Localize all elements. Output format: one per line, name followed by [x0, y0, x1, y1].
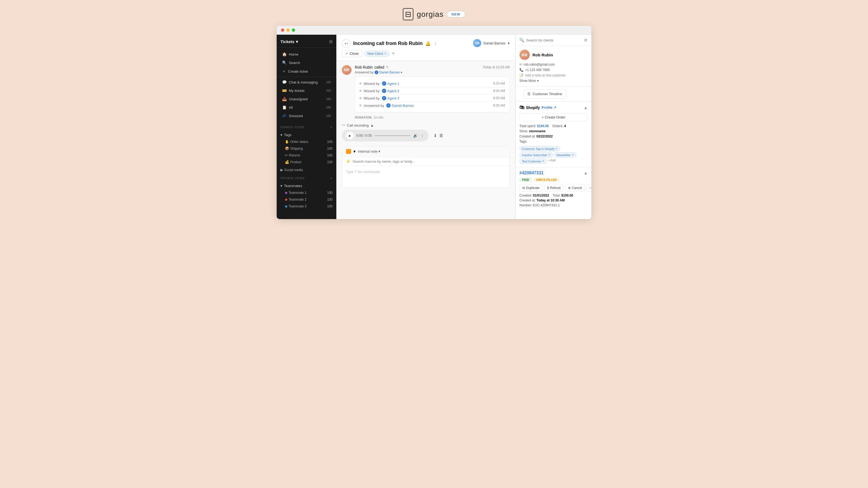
macro-search-input[interactable]	[352, 159, 506, 163]
ticket-tags-row: ✓ Close New Client ✕ +	[342, 50, 438, 57]
play-button[interactable]: ▶	[346, 132, 354, 139]
answered-by-agent-link[interactable]: ✓ Daniel Barnes ▾	[375, 70, 402, 74]
ticket-agent[interactable]: DB Daniel Barnes ▾	[473, 39, 510, 47]
customer-timeline-button[interactable]: ☰ Customer Timeline	[523, 90, 566, 98]
macro-search-row: ⚡	[342, 157, 509, 166]
dropdown-icon: ▾	[296, 39, 298, 44]
remove-tag-1[interactable]: ✕	[548, 153, 551, 157]
sidebar-title[interactable]: Tickets ▾	[280, 39, 298, 44]
sidebar-tag-returns[interactable]: ↩Returns 100	[277, 152, 336, 159]
sidebar-item-social-media[interactable]: ▶Social media	[277, 166, 336, 173]
call-back-icon[interactable]: ↩	[342, 39, 350, 48]
delete-icon[interactable]: 🗑	[439, 133, 443, 138]
shopify-created-at: Created at: 02/22/2022	[520, 134, 588, 138]
edit-icon[interactable]: ✎	[386, 65, 389, 69]
shopify-collapse-icon[interactable]: ▲	[584, 105, 588, 110]
customer-email-row: ✉ rob.rubin@gmail.com	[520, 63, 588, 66]
chat-icon: 💬	[282, 80, 287, 84]
alarm-icon[interactable]: 🔔	[425, 41, 431, 46]
call-log-item-1: Missed by ✓ Agent 2 9:34 AM	[360, 87, 505, 95]
sidebar-item-search[interactable]: 🔍 Search	[278, 59, 335, 67]
sidebar-main-nav: 🏠 Home 🔍 Search ＋ Create ticket	[277, 48, 336, 122]
traffic-light-red[interactable]	[281, 29, 284, 32]
sidebar-tag-order-status[interactable]: ✋Order status 100	[277, 138, 336, 145]
agent3-icon: ✓	[382, 96, 386, 100]
download-icon[interactable]: ⬇	[433, 133, 437, 138]
remove-tag-3[interactable]: ✕	[542, 159, 545, 163]
teammates-group-header[interactable]: ▾ Teammates	[277, 183, 336, 189]
remove-tag-2[interactable]: ✕	[571, 153, 574, 157]
duplicate-button[interactable]: ⧉ Duplicate	[520, 184, 542, 191]
sidebar-teammate-2[interactable]: ◆Teammate 2 100	[277, 196, 336, 203]
sidebar-tag-shipping[interactable]: 📦Shipping 100	[277, 145, 336, 152]
customer-phone[interactable]: +1 123 456 7890	[525, 68, 550, 72]
sidebar-teammate-3[interactable]: ◆Teammate 3 100	[277, 203, 336, 209]
order-collapse-icon[interactable]: ▲	[584, 171, 588, 175]
shopify-profile-link[interactable]: Profile ↗	[541, 105, 556, 109]
show-more-button[interactable]: Show More ▾	[520, 79, 588, 83]
collapse-recording-icon[interactable]: ▲	[370, 123, 374, 127]
layout-icon[interactable]: ⊞	[329, 39, 333, 44]
add-tag-button[interactable]: +	[392, 51, 395, 56]
tags-group-header[interactable]: ▾ Tags	[277, 131, 336, 138]
new-client-tag: New Client ✕	[364, 51, 390, 57]
call-log-agent-2: ✓ Agent 3	[382, 96, 400, 100]
more-options-icon[interactable]: ⋮	[433, 41, 438, 46]
cancel-button[interactable]: ⊗ Cancel	[565, 184, 585, 191]
tag-chip-1: Inactive Subscriber ✕	[520, 152, 553, 158]
unassigned-badge: 100	[326, 97, 331, 101]
sidebar-item-all[interactable]: 📋 All 100	[278, 103, 335, 111]
product-emoji: 💰	[285, 160, 289, 164]
note-type-selector[interactable]: Internal note ▾	[358, 150, 380, 154]
create-order-button[interactable]: + Create Order	[520, 113, 588, 122]
ticket-title-row: ↩ Incoming call from Rob Rubin 🔔 ⋮	[342, 39, 438, 48]
volume-icon[interactable]: 🔊	[413, 133, 418, 138]
logo-text: gorgias	[416, 10, 443, 19]
order-header: #420847331 ▲	[520, 170, 588, 175]
sidebar-item-snoozed[interactable]: 💤 Snoozed 100	[278, 112, 335, 120]
sidebar-item-chat[interactable]: 💬 Chat & messaging 100	[278, 78, 335, 86]
client-search-input[interactable]	[526, 38, 582, 42]
add-note-button[interactable]: Add a note on this customer	[525, 73, 565, 77]
audio-menu-icon[interactable]: ⋮	[421, 133, 424, 138]
sidebar-tag-product[interactable]: 💰Product 100	[277, 159, 336, 165]
call-log-time-3: 9:35 AM	[493, 104, 505, 107]
my-tickets-label: My tickets	[289, 89, 305, 93]
close-button[interactable]: ✓ Close	[342, 50, 362, 57]
sidebar-item-home[interactable]: 🏠 Home	[278, 50, 335, 58]
create-label: Create ticket	[288, 69, 308, 73]
answered-by-dropdown[interactable]: ▾	[401, 70, 402, 74]
unfulfilled-badge: UNFULFILLED	[533, 177, 559, 182]
add-shopify-tag-button[interactable]: + Add	[548, 159, 556, 164]
ticket-title: Incoming call from Rob Rubin	[353, 41, 423, 46]
customer-email[interactable]: rob.rubin@gmail.com	[524, 63, 555, 66]
add-shared-view-button[interactable]: +	[330, 125, 333, 129]
traffic-light-yellow[interactable]	[286, 29, 290, 32]
sidebar-item-my-tickets[interactable]: 🎫 My tickets 100	[278, 87, 335, 95]
audio-track[interactable]	[375, 135, 410, 136]
customer-note-row: 📝 Add a note on this customer	[520, 73, 588, 77]
order-number[interactable]: #420847331	[520, 170, 544, 175]
shared-views-section: SHARED VIEWS +	[277, 122, 336, 130]
remove-tag-0[interactable]: ✕	[555, 147, 558, 151]
remove-tag-icon[interactable]: ✕	[384, 52, 386, 55]
call-event: RR Rob Rubin called ✎ Today at 10:33 AM …	[342, 65, 510, 119]
recording-header[interactable]: 〰 Call recording ▲	[342, 123, 510, 127]
add-private-view-button[interactable]: +	[330, 176, 333, 180]
order-more-button[interactable]: ⋯	[587, 184, 591, 191]
shopify-section: 🛍 Shopify Profile ↗ ▲ + Create Order Tot…	[516, 101, 591, 167]
sidebar-teammate-1[interactable]: ◆Teammate 1 100	[277, 189, 336, 196]
new-badge: NEW	[447, 11, 465, 18]
customer-info: RR Rob Rubin ✉ rob.rubin@gmail.com 📞 +1 …	[516, 46, 591, 87]
sidebar-item-unassigned[interactable]: 📥 Unassigned 100	[278, 95, 335, 103]
traffic-light-green[interactable]	[292, 29, 295, 32]
bolt-icon: ⚡	[346, 159, 350, 163]
browser-chrome	[277, 26, 591, 35]
call-log-time-0: 9:33 AM	[493, 82, 505, 86]
note-body[interactable]: Type '/' for commands	[342, 166, 509, 188]
shopify-header: 🛍 Shopify Profile ↗ ▲	[520, 105, 588, 110]
settings-icon[interactable]: ⚙	[584, 38, 588, 42]
sidebar-item-create-ticket[interactable]: ＋ Create ticket	[278, 67, 335, 76]
external-link-icon: ↗	[553, 105, 556, 109]
refund-button[interactable]: $ Refund	[544, 184, 563, 191]
